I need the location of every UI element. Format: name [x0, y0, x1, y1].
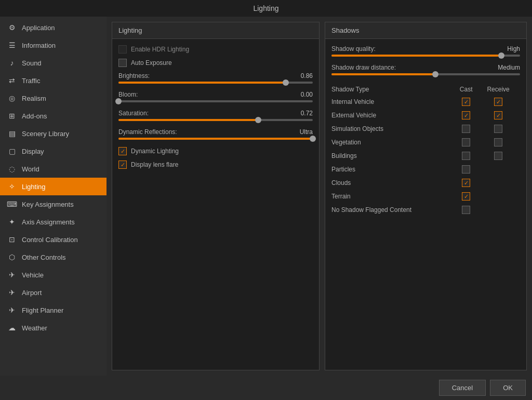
shadow-cast-6[interactable] [456, 176, 481, 190]
receive-checkbox-2[interactable] [494, 125, 502, 133]
sidebar-label-display: Display [22, 148, 44, 155]
shadow-cast-5[interactable] [456, 163, 481, 176]
shadow-cast-4[interactable] [456, 149, 481, 163]
cast-checkbox-3[interactable] [462, 138, 470, 146]
traffic-icon: ⇄ [7, 76, 17, 85]
shadow-cast-8[interactable] [456, 203, 481, 217]
sidebar-item-key-assignments[interactable]: ⌨Key Assignments [0, 195, 107, 213]
shadow-draw-distance-label: Shadow draw distance: [331, 64, 396, 71]
slider-track-2[interactable] [118, 119, 313, 121]
sidebar-item-airport[interactable]: ✈Airport [0, 284, 107, 301]
hdr-lighting-checkbox[interactable] [118, 45, 127, 54]
shadow-receive-0[interactable] [481, 95, 520, 109]
cast-checkbox-5[interactable] [462, 165, 470, 174]
slider-track-3[interactable] [118, 138, 313, 140]
sidebar-item-display[interactable]: ▢Display [0, 142, 107, 160]
shadow-receive-2[interactable] [481, 122, 520, 136]
shadow-quality-track[interactable] [331, 55, 520, 57]
control-calibration-icon: ⊡ [7, 235, 17, 244]
sidebar-label-sound: Sound [22, 59, 42, 67]
sidebar-item-sound[interactable]: ♪Sound [0, 54, 107, 72]
cast-checkbox-0[interactable] [462, 98, 470, 106]
slider-track-1[interactable] [118, 100, 313, 102]
shadow-row-7: Terrain [331, 190, 520, 203]
receive-checkbox-4[interactable] [494, 152, 502, 160]
cast-checkbox-2[interactable] [462, 125, 470, 133]
sidebar-item-add-ons[interactable]: ⊞Add-ons [0, 107, 107, 125]
dynamic-lighting-row[interactable]: Dynamic Lighting [118, 147, 313, 155]
shadow-receive-6[interactable] [481, 176, 520, 190]
slider-thumb-1[interactable] [115, 98, 122, 104]
sidebar-item-world[interactable]: ◌World [0, 160, 107, 178]
dynamic-lighting-checkbox[interactable] [118, 147, 127, 155]
slider-thumb-3[interactable] [310, 136, 316, 142]
slider-thumb-2[interactable] [255, 117, 261, 123]
receive-checkbox-0[interactable] [494, 98, 502, 106]
slider-value-2: 0.72 [301, 110, 313, 117]
shadow-row-4: Buildings [331, 149, 520, 163]
shadow-cast-3[interactable] [456, 136, 481, 149]
cancel-button[interactable]: Cancel [439, 380, 486, 396]
receive-checkbox-1[interactable] [494, 111, 502, 119]
cast-checkbox-8[interactable] [462, 206, 470, 214]
auto-exposure-checkbox[interactable] [118, 59, 127, 67]
key-assignments-icon: ⌨ [7, 199, 17, 209]
slider-track-0[interactable] [118, 82, 313, 84]
cast-checkbox-7[interactable] [462, 192, 470, 201]
sidebar-item-lighting[interactable]: ✧Lighting [0, 178, 107, 195]
sidebar-label-key-assignments: Key Assignments [22, 201, 74, 208]
main-layout: ⚙Application☰Information♪Sound⇄Traffic◎R… [0, 17, 532, 376]
lens-flare-row[interactable]: Display lens flare [118, 161, 313, 169]
hdr-lighting-row[interactable]: Enable HDR Lighting [118, 45, 313, 54]
sidebar-item-control-calibration[interactable]: ⊡Control Calibration [0, 231, 107, 248]
ok-button[interactable]: OK [490, 380, 526, 396]
shadow-receive-8[interactable] [481, 203, 520, 217]
lens-flare-checkbox[interactable] [118, 161, 127, 169]
shadow-quality-header-row: Shadow quality: High [331, 45, 520, 52]
shadow-cast-0[interactable] [456, 95, 481, 109]
sidebar-item-realism[interactable]: ◎Realism [0, 89, 107, 107]
sidebar-item-other-controls[interactable]: ⬡Other Controls [0, 248, 107, 266]
sidebar-item-vehicle[interactable]: ✈Vehicle [0, 266, 107, 284]
shadow-quality-thumb[interactable] [498, 52, 504, 59]
shadow-receive-3[interactable] [481, 136, 520, 149]
shadow-cast-7[interactable] [456, 190, 481, 203]
sidebar-item-application[interactable]: ⚙Application [0, 19, 107, 36]
sidebar-label-vehicle: Vehicle [22, 271, 44, 279]
shadow-row-5: Particles [331, 163, 520, 176]
cast-checkbox-6[interactable] [462, 179, 470, 187]
shadow-draw-distance-thumb[interactable] [432, 71, 438, 77]
shadow-receive-1[interactable] [481, 109, 520, 122]
shadow-label-1: External Vehicle [331, 109, 456, 122]
sidebar-label-add-ons: Add-ons [22, 112, 47, 120]
receive-col-header: Receive [481, 84, 520, 95]
slider-row-1: Bloom:0.00 [118, 91, 313, 102]
information-icon: ☰ [7, 41, 17, 50]
sound-icon: ♪ [7, 58, 17, 68]
cast-checkbox-1[interactable] [462, 111, 470, 119]
shadow-cast-2[interactable] [456, 122, 481, 136]
shadow-draw-distance-track[interactable] [331, 73, 520, 75]
sidebar-item-axis-assignments[interactable]: ✦Axis Assignments [0, 213, 107, 231]
sidebar-item-information[interactable]: ☰Information [0, 36, 107, 54]
sidebar-item-traffic[interactable]: ⇄Traffic [0, 72, 107, 89]
sidebar-item-scenery-library[interactable]: ▤Scenery Library [0, 125, 107, 142]
shadow-receive-5[interactable] [481, 163, 520, 176]
sidebar-item-weather[interactable]: ☁Weather [0, 319, 107, 337]
slider-thumb-0[interactable] [283, 79, 289, 86]
sidebar-label-weather: Weather [22, 324, 47, 332]
auto-exposure-row[interactable]: Auto Exposure [118, 59, 313, 67]
sidebar-label-information: Information [22, 42, 56, 49]
shadow-receive-7[interactable] [481, 190, 520, 203]
sidebar-label-lighting: Lighting [22, 183, 46, 191]
shadow-cast-1[interactable] [456, 109, 481, 122]
sidebar-item-flight-planner[interactable]: ✈Flight Planner [0, 301, 107, 319]
sidebar-label-world: World [22, 165, 39, 173]
slider-name-2: Saturation: [118, 110, 149, 117]
receive-checkbox-3[interactable] [494, 138, 502, 146]
slider-name-3: Dynamic Reflections: [118, 128, 177, 136]
cast-checkbox-4[interactable] [462, 152, 470, 160]
shadow-quality-label: Shadow quality: [331, 45, 376, 52]
shadow-receive-4[interactable] [481, 149, 520, 163]
shadow-row-0: Internal Vehicle [331, 95, 520, 109]
